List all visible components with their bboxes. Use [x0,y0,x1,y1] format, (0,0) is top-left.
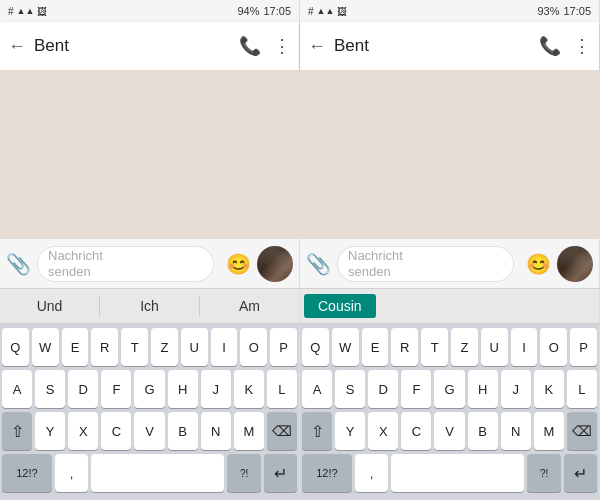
right-key-x[interactable]: X [368,412,398,450]
left-key-j[interactable]: J [201,370,231,408]
right-hash: # [308,6,314,17]
right-key-f[interactable]: F [401,370,431,408]
left-key-space[interactable] [91,454,224,492]
right-key-s[interactable]: S [335,370,365,408]
right-key-a[interactable]: A [302,370,332,408]
right-cousin-suggestion[interactable]: Cousin [304,294,376,318]
right-key-row-2: A S D F G H J K L [302,370,597,408]
left-key-c[interactable]: C [101,412,131,450]
right-key-comma[interactable]: , [355,454,388,492]
right-key-q[interactable]: Q [302,328,329,366]
right-key-row-bottom: 12!? , ?! ↵ [302,454,597,492]
left-contact-name: Bent [34,36,239,56]
left-more-icon[interactable]: ⋮ [273,35,291,57]
left-key-u[interactable]: U [181,328,208,366]
left-key-backspace[interactable]: ⌫ [267,412,297,450]
right-key-t[interactable]: T [421,328,448,366]
left-key-r[interactable]: R [91,328,118,366]
right-key-v[interactable]: V [434,412,464,450]
left-key-o[interactable]: O [240,328,267,366]
right-key-y[interactable]: Y [335,412,365,450]
right-key-space[interactable] [391,454,524,492]
right-key-i[interactable]: I [511,328,538,366]
left-phone-icon[interactable]: 📞 [239,35,261,57]
right-key-l[interactable]: L [567,370,597,408]
right-keyboard: Q W E R T Z U I O P A S D F G H J K L ⇧ … [300,324,599,500]
right-nav-bar: ← Bent 📞 ⋮ [300,22,599,70]
left-key-e[interactable]: E [62,328,89,366]
right-avatar[interactable] [557,246,593,282]
left-key-p[interactable]: P [270,328,297,366]
right-key-n[interactable]: N [501,412,531,450]
right-key-m[interactable]: M [534,412,564,450]
left-suggestion-und[interactable]: Und [0,294,99,318]
right-key-z[interactable]: Z [451,328,478,366]
left-suggestion-am[interactable]: Am [200,294,299,318]
left-key-symbols[interactable]: 12!? [2,454,52,492]
left-key-d[interactable]: D [68,370,98,408]
right-signal: ▲▲ [317,6,335,16]
right-key-h[interactable]: H [468,370,498,408]
left-avatar[interactable] [257,246,293,282]
left-key-b[interactable]: B [168,412,198,450]
left-key-i[interactable]: I [211,328,238,366]
left-key-f[interactable]: F [101,370,131,408]
right-key-k[interactable]: K [534,370,564,408]
left-key-y[interactable]: Y [35,412,65,450]
left-chat-area [0,70,299,238]
right-more-icon[interactable]: ⋮ [573,35,591,57]
right-key-p[interactable]: P [570,328,597,366]
right-key-g[interactable]: G [434,370,464,408]
right-key-enter[interactable]: ↵ [564,454,597,492]
right-panel: # ▲▲ 🖼 93% 17:05 ← Bent 📞 ⋮ 📎 Nachricht … [300,0,600,500]
right-key-symbols[interactable]: 12!? [302,454,352,492]
left-key-a[interactable]: A [2,370,32,408]
left-key-comma[interactable]: , [55,454,88,492]
right-key-d[interactable]: D [368,370,398,408]
right-key-c[interactable]: C [401,412,431,450]
right-key-w[interactable]: W [332,328,359,366]
left-attach-icon[interactable]: 📎 [6,252,31,276]
right-picture: 🖼 [337,6,347,17]
right-key-shift[interactable]: ⇧ [302,412,332,450]
left-key-v[interactable]: V [134,412,164,450]
left-emoji-icon[interactable]: 😊 [226,252,251,276]
right-back-button[interactable]: ← [308,36,326,57]
left-key-shift[interactable]: ⇧ [2,412,32,450]
left-message-input[interactable]: Nachricht senden [37,246,214,282]
right-key-excl[interactable]: ?! [527,454,560,492]
left-key-m[interactable]: M [234,412,264,450]
left-key-k[interactable]: K [234,370,264,408]
left-back-button[interactable]: ← [8,36,26,57]
left-placeholder: Nachricht senden [48,248,103,279]
right-key-r[interactable]: R [391,328,418,366]
right-attach-icon[interactable]: 📎 [306,252,331,276]
left-suggestion-ich[interactable]: Ich [100,294,199,318]
right-key-u[interactable]: U [481,328,508,366]
left-key-h[interactable]: H [168,370,198,408]
right-key-backspace[interactable]: ⌫ [567,412,597,450]
left-key-row-bottom: 12!? , ?! ↵ [2,454,297,492]
left-key-excl[interactable]: ?! [227,454,260,492]
left-key-l[interactable]: L [267,370,297,408]
left-key-g[interactable]: G [134,370,164,408]
right-key-b[interactable]: B [468,412,498,450]
right-key-o[interactable]: O [540,328,567,366]
left-key-n[interactable]: N [201,412,231,450]
right-phone-icon[interactable]: 📞 [539,35,561,57]
left-battery: 94% [237,5,259,17]
left-key-s[interactable]: S [35,370,65,408]
right-emoji-icon[interactable]: 😊 [526,252,551,276]
right-battery: 93% [537,5,559,17]
left-key-q[interactable]: Q [2,328,29,366]
left-key-z[interactable]: Z [151,328,178,366]
left-key-w[interactable]: W [32,328,59,366]
right-message-input[interactable]: Nachricht senden [337,246,514,282]
left-key-x[interactable]: X [68,412,98,450]
left-key-t[interactable]: T [121,328,148,366]
left-key-enter[interactable]: ↵ [264,454,297,492]
right-placeholder-line2: senden [348,264,391,279]
right-key-e[interactable]: E [362,328,389,366]
right-key-j[interactable]: J [501,370,531,408]
right-key-row-1: Q W E R T Z U I O P [302,328,597,366]
